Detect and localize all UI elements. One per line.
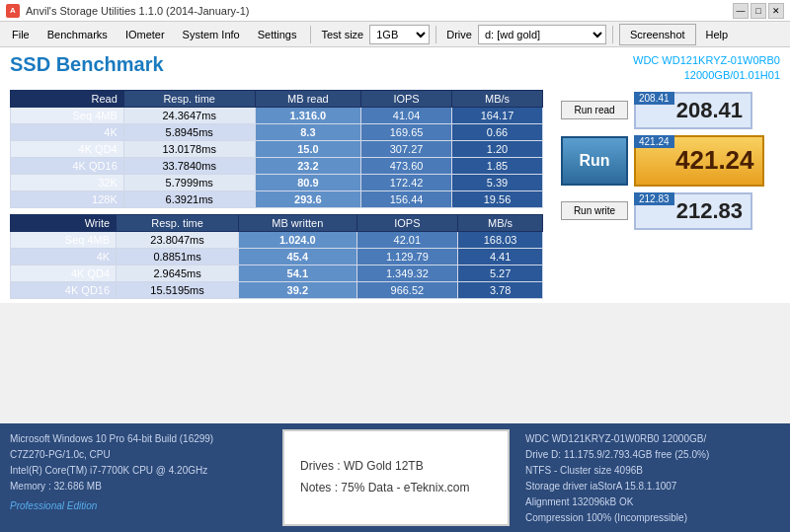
write-resp-cell: 15.5195ms <box>117 281 239 298</box>
mb-read-header: MB read <box>255 90 361 107</box>
total-score-display: 421.24 421.24 <box>634 135 764 187</box>
main-content: SSD Benchmark WDC WD121KRYZ-01W0RB0 1200… <box>0 47 790 303</box>
write-iops-cell: 966.52 <box>356 281 458 298</box>
resp-time-cell: 5.7999ms <box>123 174 255 190</box>
menu-benchmarks[interactable]: Benchmarks <box>40 24 116 45</box>
write-resp-cell: 23.8047ms <box>117 231 239 248</box>
bottom-bar: Microsoft Windows 10 Pro 64-bit Build (1… <box>0 423 790 532</box>
read-table-row: 4K QD4 13.0178ms 15.0 307.27 1.20 <box>11 140 543 157</box>
dr-line6: Compression 100% (Incompressible) <box>525 510 780 526</box>
app-icon: A <box>6 4 20 18</box>
menu-settings[interactable]: Settings <box>250 24 305 45</box>
mbs-cell: 19.56 <box>452 190 543 207</box>
read-table-row: 4K 5.8945ms 8.3 169.65 0.66 <box>11 123 543 140</box>
write-score-display: 212.83 212.83 <box>634 192 752 230</box>
notes-line2: Notes : 75% Data - eTeknix.com <box>300 478 492 499</box>
read-table-row: 128K 6.3921ms 293.6 156.44 19.56 <box>11 190 543 207</box>
write-mbs-cell: 4.41 <box>458 248 543 265</box>
mbs-cell: 1.85 <box>452 157 543 174</box>
menu-bar: File Benchmarks IOmeter System Info Sett… <box>0 22 790 47</box>
total-score-badge: 421.24 <box>634 135 674 148</box>
mbs-write-header: MB/s <box>458 214 543 231</box>
resp-time-write-header: Resp. time <box>117 214 239 231</box>
mb-cell: 80.9 <box>255 174 361 190</box>
read-table-body: Seq 4MB 24.3647ms 1.316.0 41.04 164.17 4… <box>11 107 543 207</box>
row-label: Seq 4MB <box>11 107 124 123</box>
window-controls[interactable]: — □ ✕ <box>733 3 784 19</box>
iops-cell: 473.60 <box>361 157 452 174</box>
system-info-panel: Microsoft Windows 10 Pro 64-bit Build (1… <box>0 423 276 532</box>
iops-header: IOPS <box>361 90 452 107</box>
mb-cell: 15.0 <box>255 140 361 157</box>
run-row: Run 421.24 421.24 <box>561 135 764 187</box>
write-mb-cell: 39.2 <box>239 281 356 298</box>
dr-line5: Alignment 132096kB OK <box>525 494 780 510</box>
iops-cell: 156.44 <box>361 190 452 207</box>
drive-size: 12000GB/01.01H01 <box>633 68 780 83</box>
drive-select[interactable]: d: [wd gold] c: [system] <box>478 25 606 44</box>
menu-system-info[interactable]: System Info <box>175 24 248 45</box>
test-size-select[interactable]: 1GB 100MB 4GB <box>369 25 430 44</box>
row-label: 4K QD16 <box>11 157 124 174</box>
menu-iometer[interactable]: IOmeter <box>118 24 173 45</box>
read-header: Read <box>11 90 124 107</box>
close-button[interactable]: ✕ <box>768 3 784 19</box>
run-write-button[interactable]: Run write <box>561 201 628 220</box>
row-label: 32K <box>11 174 124 190</box>
resp-time-cell: 24.3647ms <box>123 107 255 123</box>
run-button[interactable]: Run <box>561 136 628 186</box>
drive-details-panel: WDC WD121KRYZ-01W0RB0 12000GB/ Drive D: … <box>515 423 790 532</box>
separator-3 <box>612 26 613 43</box>
read-table: Read Resp. time MB read IOPS MB/s Seq 4M… <box>10 90 543 208</box>
row-label: 4K QD4 <box>11 140 124 157</box>
screenshot-button[interactable]: Screenshot <box>619 24 696 45</box>
iops-cell: 169.65 <box>361 123 452 140</box>
drive-info: WDC WD121KRYZ-01W0RB0 12000GB/01.01H01 <box>633 53 780 84</box>
sys-line2: C7Z270-PG/1.0c, CPU <box>10 447 267 463</box>
write-row-label: Seq 4MB <box>11 231 117 248</box>
menu-help[interactable]: Help <box>698 24 737 45</box>
iops-cell: 172.42 <box>361 174 452 190</box>
read-table-row: Seq 4MB 24.3647ms 1.316.0 41.04 164.17 <box>11 107 543 123</box>
write-score-badge: 212.83 <box>634 192 674 205</box>
write-mbs-cell: 168.03 <box>458 231 543 248</box>
separator-1 <box>310 26 311 43</box>
sys-line1: Microsoft Windows 10 Pro 64-bit Build (1… <box>10 431 267 447</box>
content-area: Read Resp. time MB read IOPS MB/s Seq 4M… <box>10 90 780 299</box>
write-row-label: 4K <box>11 248 117 265</box>
mb-cell: 1.316.0 <box>255 107 361 123</box>
resp-time-header: Resp. time <box>123 90 255 107</box>
write-mbs-cell: 5.27 <box>458 265 543 281</box>
write-row-label: 4K QD16 <box>11 281 117 298</box>
write-table-row: 4K QD4 2.9645ms 54.1 1.349.32 5.27 <box>11 265 543 281</box>
resp-time-cell: 33.7840ms <box>123 157 255 174</box>
write-iops-cell: 1.129.79 <box>356 248 458 265</box>
mbs-cell: 0.66 <box>452 123 543 140</box>
maximize-button[interactable]: □ <box>750 3 766 19</box>
write-mb-cell: 54.1 <box>239 265 356 281</box>
drive-label: Drive <box>442 27 476 42</box>
test-size-label: Test size <box>317 27 367 42</box>
write-iops-cell: 42.01 <box>356 231 458 248</box>
mbs-cell: 5.39 <box>452 174 543 190</box>
read-score-row: Run read 208.41 208.41 <box>561 92 764 129</box>
write-table-row: Seq 4MB 23.8047ms 1.024.0 42.01 168.03 <box>11 231 543 248</box>
dr-line3: NTFS - Cluster size 4096B <box>525 463 780 479</box>
write-header: Write <box>11 214 117 231</box>
table-area: Read Resp. time MB read IOPS MB/s Seq 4M… <box>10 90 543 299</box>
header: SSD Benchmark WDC WD121KRYZ-01W0RB0 1200… <box>10 53 780 84</box>
mb-cell: 8.3 <box>255 123 361 140</box>
resp-time-cell: 6.3921ms <box>123 190 255 207</box>
write-resp-cell: 2.9645ms <box>117 265 239 281</box>
read-table-row: 4K QD16 33.7840ms 23.2 473.60 1.85 <box>11 157 543 174</box>
menu-file[interactable]: File <box>4 24 38 45</box>
minimize-button[interactable]: — <box>733 3 749 19</box>
sys-line3: Intel(R) Core(TM) i7-7700K CPU @ 4.20GHz <box>10 463 267 479</box>
run-read-button[interactable]: Run read <box>561 101 628 119</box>
row-label: 128K <box>11 190 124 207</box>
dr-line4: Storage driver iaStorA 15.8.1.1007 <box>525 479 780 494</box>
write-mb-cell: 45.4 <box>239 248 356 265</box>
mbs-header: MB/s <box>452 90 543 107</box>
notes-panel: Drives : WD Gold 12TB Notes : 75% Data -… <box>282 429 510 526</box>
read-score-display: 208.41 208.41 <box>634 92 752 129</box>
